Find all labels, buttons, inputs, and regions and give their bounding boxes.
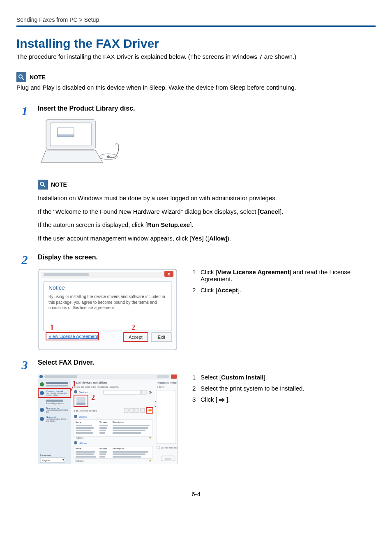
svg-rect-28 [157, 375, 169, 378]
svg-text:Accept: Accept [129, 335, 143, 340]
svg-rect-32 [46, 385, 68, 386]
inner-note-line-1: Installation on Windows must be done by … [38, 194, 376, 203]
svg-text:Run utility programs: Run utility programs [46, 402, 65, 405]
svg-text:5 utilities: 5 utilities [76, 460, 84, 462]
svg-rect-31 [46, 382, 68, 384]
svg-rect-98 [156, 390, 176, 444]
svg-text:Name: Name [76, 421, 81, 423]
installer-window: Custom Install Add multiple devices and … [38, 374, 178, 466]
svg-point-9 [40, 182, 44, 185]
svg-text:Select the items in the Produc: Select the items in the Products to Inst… [74, 386, 119, 388]
svg-text:7 drivers: 7 drivers [76, 437, 84, 439]
inner-note-line-4: If the user account management window ap… [38, 234, 376, 243]
svg-rect-87 [99, 451, 107, 453]
svg-marker-102 [219, 398, 225, 402]
svg-rect-67 [76, 425, 92, 426]
svg-line-10 [43, 185, 45, 187]
svg-point-30 [40, 382, 44, 386]
svg-point-39 [40, 417, 44, 421]
note-icon [38, 180, 48, 190]
svg-text:2: 2 [131, 324, 135, 332]
svg-rect-94 [113, 456, 141, 458]
license-body: By using or installing the device driver… [48, 294, 168, 311]
arrow-right-icon [219, 397, 225, 404]
header-rule [16, 25, 376, 27]
svg-text:1: 1 [50, 324, 54, 332]
step-1-head-prefix: Insert the [38, 105, 67, 112]
svg-rect-13 [44, 273, 89, 276]
svg-rect-73 [76, 430, 91, 431]
svg-point-0 [19, 75, 22, 78]
svg-point-61 [74, 415, 77, 418]
svg-rect-72 [113, 427, 148, 429]
svg-line-1 [22, 78, 24, 80]
svg-text:Version: Version [99, 447, 107, 450]
svg-text:1 of 1 devices selected: 1 of 1 devices selected [74, 409, 97, 412]
svg-rect-68 [99, 425, 108, 426]
step-number: 1 [16, 105, 33, 117]
license-dialog: x Notice By using or installing the devi… [38, 268, 178, 352]
svg-rect-86 [76, 451, 95, 453]
refresh-icon[interactable]: ⟳ [149, 391, 152, 395]
svg-rect-27 [171, 375, 177, 379]
svg-rect-78 [113, 432, 141, 434]
svg-text:Name: Name [76, 447, 81, 450]
svg-text:2: 2 [91, 393, 95, 402]
svg-text:Language: Language [40, 454, 51, 456]
svg-text:Description: Description [113, 421, 124, 423]
device-search-icon[interactable] [141, 390, 146, 394]
svg-rect-55 [124, 408, 128, 412]
note-label: NOTE [30, 74, 46, 81]
svg-text:Utilities: Utilities [79, 442, 87, 444]
step-3-instructions: 1Select [Custom Install]. 2Select the pr… [192, 374, 376, 404]
svg-text:Version: Version [99, 421, 107, 423]
step-number: 2 [16, 254, 33, 266]
svg-rect-69 [113, 425, 150, 426]
page-number: 6-4 [16, 490, 376, 497]
svg-rect-57 [135, 408, 139, 412]
svg-text:Use host name as port name: Use host name as port name [161, 447, 178, 449]
add-utility-icon[interactable]: ➔ [149, 459, 152, 462]
add-driver-icon[interactable]: ➔ [149, 436, 152, 439]
step-2-instructions: 1Click [View License Agreement] and read… [192, 268, 376, 294]
svg-point-48 [74, 390, 77, 393]
step-3: 3 Select FAX Driver. [16, 359, 376, 466]
svg-rect-35 [46, 400, 63, 402]
inner-note-line-2: If the "Welcome to the Found New Hardwar… [38, 207, 376, 217]
device-search[interactable] [104, 390, 141, 394]
svg-rect-76 [76, 432, 93, 434]
step-3-heading: Select FAX Driver. [38, 359, 376, 366]
svg-rect-91 [113, 453, 145, 455]
svg-text:x: x [168, 271, 171, 276]
breadcrumb: Sending Faxes from PC > Setup [16, 16, 376, 23]
step-number: 3 [16, 359, 33, 371]
svg-rect-56 [130, 408, 134, 412]
svg-rect-58 [141, 408, 145, 412]
svg-rect-99 [157, 446, 160, 449]
view-license-link[interactable]: View License Agreement [48, 334, 98, 339]
intro-text: The procedure for installing the FAX Dri… [16, 53, 376, 60]
step-1-heading: Insert the Product Library disc. [38, 105, 376, 112]
step-2-heading: Display the screen. [38, 254, 376, 261]
inner-note-line-3: If the autorun screen is displayed, clic… [38, 220, 376, 230]
note-header: NOTE [16, 72, 376, 82]
svg-rect-90 [99, 453, 106, 455]
svg-text:Devices: Devices [79, 391, 88, 393]
svg-text:0 items: 0 items [157, 386, 164, 388]
svg-rect-75 [113, 430, 145, 431]
svg-text:Description: Description [113, 447, 124, 450]
svg-rect-52 [76, 402, 85, 405]
svg-point-37 [40, 408, 44, 412]
svg-rect-5 [58, 134, 74, 137]
page-title: Installing the FAX Driver [16, 37, 376, 51]
svg-rect-89 [76, 453, 94, 455]
svg-text:Install devices and utilities: Install devices and utilities [74, 381, 107, 384]
svg-rect-70 [76, 427, 94, 429]
svg-rect-77 [99, 432, 105, 434]
svg-rect-88 [113, 451, 148, 453]
note-body: Plug and Play is disabled on this device… [16, 83, 376, 92]
svg-rect-51 [76, 397, 85, 402]
svg-rect-26 [44, 375, 77, 378]
svg-rect-74 [99, 430, 106, 431]
svg-rect-92 [76, 456, 96, 458]
